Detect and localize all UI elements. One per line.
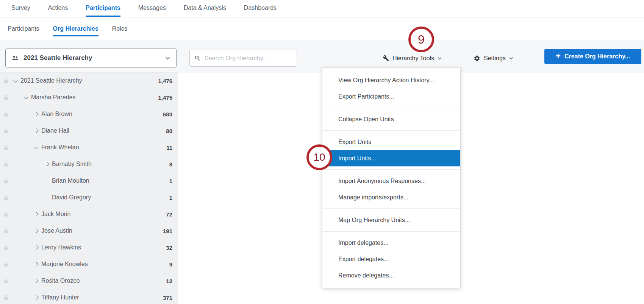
tree-node-name: Diane Hall (41, 127, 69, 134)
sub-nav-item-org-hierarchies[interactable]: Org Hierarchies (53, 21, 98, 36)
menu-item-collapse-open-units[interactable]: Collapse Open Units (322, 111, 460, 127)
tree-row-frank-whelan[interactable]: Frank Whelan11 (0, 139, 178, 156)
menu-item-export-delegates[interactable]: Export delegates... (322, 251, 460, 267)
menu-item-map-org-hierarchy-units[interactable]: Map Org Hierarchy Units... (322, 212, 460, 228)
menu-group: Import Anonymous Responses...Manage impo… (322, 169, 460, 205)
sub-nav: ParticipantsOrg HierarchiesRoles (0, 17, 644, 40)
top-nav-item-data-analysis[interactable]: Data & Analysis (184, 0, 226, 17)
chevron-right-icon[interactable] (34, 279, 38, 283)
tree-row-tiffany-hunter[interactable]: Tiffany Hunter371 (0, 289, 178, 304)
chevron-down-icon (165, 56, 170, 60)
tree-node: Frank Whelan (35, 139, 79, 156)
lock-icon (3, 161, 9, 167)
chevron-right-icon[interactable] (34, 295, 38, 299)
search-input[interactable] (205, 55, 292, 62)
org-hierarchy-icon (12, 55, 19, 62)
top-nav-item-messages[interactable]: Messages (138, 0, 166, 17)
annotation-step-9-label: 9 (418, 33, 425, 47)
lock-icon (3, 295, 9, 301)
lock-icon (3, 78, 9, 84)
menu-item-export-units[interactable]: Export Units (322, 134, 460, 150)
chevron-down-icon (509, 57, 513, 60)
settings-button[interactable]: Settings (474, 50, 513, 67)
tree-row-alan-brown[interactable]: Alan Brown683 (0, 106, 178, 122)
tree-node-count: 191 (163, 228, 172, 234)
menu-item-manage-imports-exports[interactable]: Manage imports/exports... (322, 189, 460, 205)
tree-node-count: 683 (163, 111, 172, 118)
sub-nav-item-participants[interactable]: Participants (8, 21, 39, 36)
menu-item-view-org-hierarchy-action-history[interactable]: View Org Hierarchy Action History... (322, 72, 460, 88)
annotation-step-10-label: 10 (313, 151, 325, 163)
tree-node-count: 11 (166, 144, 172, 151)
search-icon (194, 55, 201, 61)
tree-node: David Gregory (45, 189, 91, 206)
menu-item-import-delegates[interactable]: Import delegates... (322, 235, 460, 251)
chevron-down-icon[interactable] (24, 95, 28, 99)
menu-group: Collapse Open Units (322, 108, 460, 127)
top-nav-item-survey[interactable]: Survey (11, 0, 30, 17)
tree-node-name: Frank Whelan (41, 144, 79, 151)
menu-group: View Org Hierarchy Action History...Expo… (322, 72, 460, 105)
tree-node-count: 1,476 (158, 78, 172, 84)
tree-row-2021-seattle-hierarchy[interactable]: 2021 Seattle Hierarchy1,476 (0, 72, 178, 89)
chevron-down-icon[interactable] (34, 145, 38, 149)
tree-node-name: Rosita Orozco (41, 277, 80, 284)
top-nav-item-participants[interactable]: Participants (86, 0, 120, 17)
chevron-right-icon[interactable] (34, 245, 38, 249)
tree-node-name: Jose Austin (41, 227, 72, 234)
top-nav-item-actions[interactable]: Actions (48, 0, 68, 17)
tree-node-count: 12 (166, 278, 172, 284)
chevron-right-icon[interactable] (34, 112, 38, 116)
menu-group: Map Org Hierarchy Units... (322, 208, 460, 228)
tree-node-count: 80 (166, 128, 172, 134)
wrench-icon (383, 55, 389, 61)
tree-row-jose-austin[interactable]: Jose Austin191 (0, 223, 178, 239)
tree-node: 2021 Seattle Hierarchy (14, 72, 82, 89)
lock-icon (3, 94, 9, 100)
annotation-step-10: 10 (306, 144, 332, 170)
tree-row-rosita-orozco[interactable]: Rosita Orozco12 (0, 273, 178, 289)
chevron-right-icon[interactable] (34, 128, 38, 133)
tree-row-jack-morin[interactable]: Jack Morin72 (0, 206, 178, 223)
lock-icon (3, 144, 9, 150)
menu-item-export-participants[interactable]: Export Participants... (322, 88, 460, 105)
chevron-right-icon[interactable] (34, 262, 38, 266)
hierarchy-tools-button[interactable]: Hierarchy Tools (383, 50, 442, 67)
chevron-right-icon[interactable] (34, 212, 38, 216)
tree-node-name: Alan Brown (41, 111, 72, 118)
tree-row-david-gregory[interactable]: David Gregory1 (0, 189, 178, 206)
tree-node: Marjorie Knowles (35, 256, 88, 273)
chevron-down-icon[interactable] (13, 78, 17, 82)
hierarchy-selector[interactable]: 2021 Seattle Hierarchy (5, 49, 177, 67)
tree-node-name: Barnaby Smith (52, 161, 92, 168)
tree-row-diane-hall[interactable]: Diane Hall80 (0, 122, 178, 139)
sub-nav-item-roles[interactable]: Roles (112, 21, 128, 36)
menu-item-import-anonymous-responses[interactable]: Import Anonymous Responses... (322, 173, 460, 189)
tree-node-name: Leroy Hawkins (41, 244, 81, 251)
lock-icon (3, 178, 9, 184)
tree-node-name: David Gregory (52, 194, 91, 201)
tree-row-leroy-hawkins[interactable]: Leroy Hawkins32 (0, 239, 178, 256)
tree-node-name: Marsha Paredes (31, 94, 75, 101)
tree-node-name: Marjorie Knowles (41, 261, 88, 268)
tree-node: Jack Morin (35, 206, 70, 223)
tree-node-name: 2021 Seattle Hierarchy (20, 77, 82, 84)
menu-item-remove-delegates[interactable]: Remove delegates... (322, 267, 460, 284)
tree-row-marsha-paredes[interactable]: Marsha Paredes1,475 (0, 89, 178, 106)
hierarchy-tools-label: Hierarchy Tools (392, 55, 434, 62)
tree-row-barnaby-smith[interactable]: Barnaby Smith8 (0, 156, 178, 172)
create-org-hierarchy-button[interactable]: + Create Org Hierarchy... (544, 49, 641, 64)
top-nav-item-dashboards[interactable]: Dashboards (244, 0, 277, 17)
tree-node-count: 1 (169, 178, 172, 184)
gear-icon (474, 55, 480, 62)
tree-node-name: Tiffany Hunter (41, 294, 79, 301)
menu-item-import-units[interactable]: Import Units... (322, 150, 460, 166)
tree-row-marjorie-knowles[interactable]: Marjorie Knowles9 (0, 256, 178, 273)
hierarchy-tools-menu: View Org Hierarchy Action History...Expo… (322, 67, 461, 288)
chevron-right-icon[interactable] (34, 229, 38, 233)
tree-node-count: 9 (169, 261, 172, 268)
tree-row-brian-moulton[interactable]: Brian Moulton1 (0, 172, 178, 189)
lock-icon (3, 194, 9, 201)
chevron-right-icon[interactable] (45, 162, 49, 166)
tree-node-count: 72 (166, 211, 172, 218)
